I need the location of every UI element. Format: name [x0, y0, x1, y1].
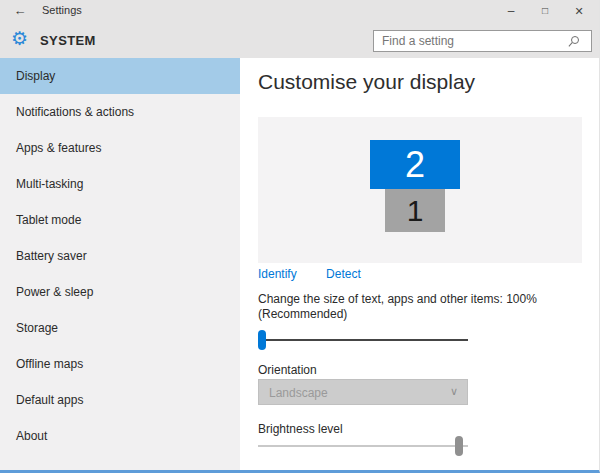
sidebar-item-display[interactable]: Display: [0, 58, 240, 94]
minimize-button[interactable]: –: [495, 0, 527, 22]
orientation-label: Orientation: [258, 363, 317, 377]
gear-icon: ⚙: [11, 23, 28, 55]
sidebar-item-notifications-actions[interactable]: Notifications & actions: [0, 94, 240, 130]
back-arrow-icon: ←: [14, 3, 27, 18]
search-icon: [571, 36, 579, 44]
main-content: Customise your display 2 1 Identify Dete…: [240, 58, 599, 470]
sidebar-item-apps-features[interactable]: Apps & features: [0, 130, 240, 166]
scaling-slider[interactable]: [258, 330, 468, 350]
close-icon: ✕: [574, 5, 583, 17]
sidebar-item-default-apps[interactable]: Default apps: [0, 382, 240, 418]
brightness-label: Brightness level: [258, 422, 343, 436]
maximize-icon: □: [542, 5, 548, 16]
chevron-down-icon: ∨: [450, 385, 458, 398]
scaling-slider-track[interactable]: [258, 339, 468, 341]
back-button[interactable]: ←: [10, 2, 30, 20]
header: ⚙ SYSTEM: [0, 22, 599, 58]
display-preview: 2 1: [258, 117, 582, 263]
maximize-button[interactable]: □: [529, 0, 561, 22]
window-title: Settings: [42, 4, 82, 16]
search-box: [373, 30, 592, 52]
settings-window: ← Settings – □ ✕ ⚙ SYSTEM Display Notifi…: [0, 0, 600, 473]
sidebar: Display Notifications & actions Apps & f…: [0, 58, 240, 470]
close-button[interactable]: ✕: [563, 0, 595, 22]
section-heading: Customise your display: [258, 70, 475, 94]
preview-links: Identify Detect: [258, 267, 361, 281]
detect-link[interactable]: Detect: [326, 267, 361, 281]
identify-link[interactable]: Identify: [258, 267, 297, 281]
sidebar-item-offline-maps[interactable]: Offline maps: [0, 346, 240, 382]
scaling-slider-thumb[interactable]: [258, 330, 266, 350]
brightness-slider-track[interactable]: [258, 445, 468, 447]
sidebar-item-storage[interactable]: Storage: [0, 310, 240, 346]
brightness-slider-thumb[interactable]: [455, 436, 463, 456]
brightness-slider[interactable]: [258, 436, 468, 456]
page-title: SYSTEM: [40, 33, 96, 48]
monitor-2[interactable]: 2: [370, 140, 460, 189]
titlebar: ← Settings – □ ✕: [0, 0, 599, 22]
sidebar-item-multi-tasking[interactable]: Multi-tasking: [0, 166, 240, 202]
search-input[interactable]: [374, 31, 591, 51]
scaling-label: Change the size of text, apps and other …: [258, 292, 574, 322]
orientation-dropdown[interactable]: Landscape ∨: [258, 379, 468, 405]
minimize-icon: –: [508, 4, 515, 18]
monitor-1[interactable]: 1: [385, 189, 445, 232]
sidebar-item-battery-saver[interactable]: Battery saver: [0, 238, 240, 274]
sidebar-item-power-sleep[interactable]: Power & sleep: [0, 274, 240, 310]
sidebar-item-about[interactable]: About: [0, 418, 240, 454]
sidebar-item-tablet-mode[interactable]: Tablet mode: [0, 202, 240, 238]
orientation-value: Landscape: [269, 386, 328, 400]
